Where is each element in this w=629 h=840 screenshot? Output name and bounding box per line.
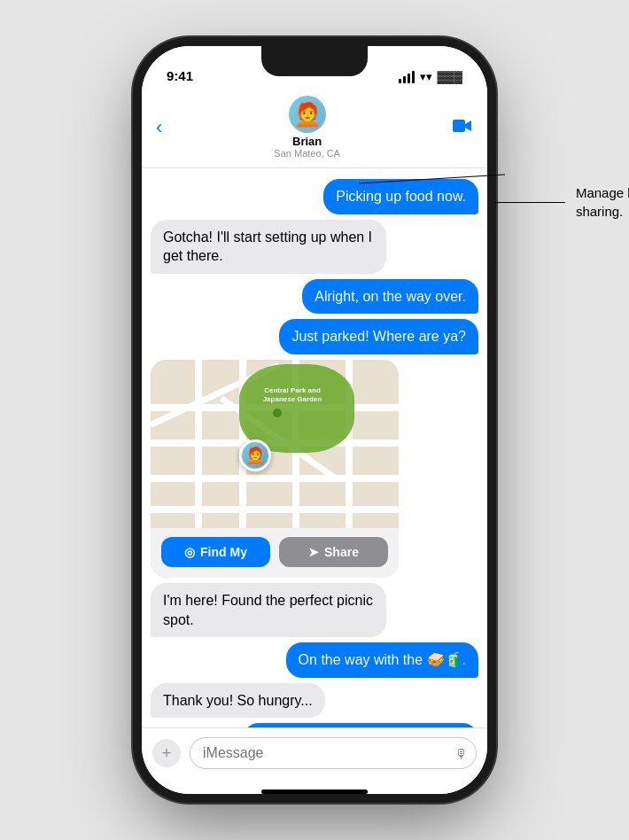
battery-icon: ▓▓▓ [438, 70, 462, 83]
message-bubble: I'm here! Found the perfect picnic spot. [151, 583, 386, 637]
status-time: 9:41 [167, 68, 193, 83]
map-bubble[interactable]: Central Park andJapanese Garden 🧑‍🦰 ◎ Fi… [151, 360, 399, 578]
chevron-left-icon: ‹ [156, 116, 162, 139]
status-bar: 9:41 ▾▾ ▓▓▓ [142, 46, 487, 90]
svg-rect-0 [453, 120, 465, 132]
notch [261, 46, 368, 76]
message-row: I'm here! Found the perfect picnic spot. [151, 583, 478, 637]
share-label: Share [324, 545, 359, 559]
message-row: Just parked! Where are ya? [151, 319, 478, 354]
add-attachment-button[interactable]: + [152, 739, 181, 767]
annotation-text: Manage locationsharing. [576, 183, 629, 221]
map-message-row[interactable]: Central Park andJapanese Garden 🧑‍🦰 ◎ Fi… [151, 360, 478, 578]
back-button[interactable]: ‹ [156, 116, 162, 139]
message-bubble: Just parked! Where are ya? [279, 319, 478, 354]
input-bar: + 🎙 [142, 727, 487, 794]
message-row: Alright, on the way over. [151, 279, 478, 315]
video-call-button[interactable] [452, 116, 473, 139]
message-row: Thank you! So hungry... [151, 683, 478, 719]
message-input-wrapper: 🎙 [190, 737, 477, 769]
contact-location: San Mateo, CA [274, 148, 340, 159]
message-text: I'm here! Found the perfect picnic spot. [163, 593, 373, 627]
signal-icon [399, 71, 415, 83]
map-image[interactable]: Central Park andJapanese Garden 🧑‍🦰 [151, 360, 399, 528]
message-row: Gotcha! I'll start setting up when I get… [151, 220, 478, 274]
message-bubble: Thank you! So hungry... [151, 683, 325, 719]
find-my-label: Find My [200, 545, 247, 559]
message-bubble: Gotcha! I'll start setting up when I get… [151, 220, 386, 274]
location-pin: 🧑‍🦰 [239, 439, 271, 471]
park-label: Central Park andJapanese Garden [257, 386, 328, 403]
message-row: On the way with the 🥪🧃. [151, 642, 478, 678]
nav-bar: ‹ 🧑‍🦰 Brian San Mateo, CA [142, 90, 487, 168]
avatar: 🧑‍🦰 [289, 96, 326, 133]
find-my-button[interactable]: ◎ Find My [161, 537, 270, 567]
message-bubble: Picking up food now. [323, 179, 478, 214]
message-text: Alright, on the way over. [314, 289, 466, 304]
plus-icon: + [162, 744, 172, 763]
contact-name: Brian [292, 135, 322, 148]
avatar-emoji: 🧑‍🦰 [293, 103, 322, 126]
message-text: Just parked! Where are ya? [291, 329, 466, 344]
phone-frame: 9:41 ▾▾ ▓▓▓ ‹ 🧑‍🦰 Brian [142, 46, 487, 794]
message-row: Picking up food now. [151, 179, 478, 214]
messages-area: Picking up food now. Gotcha! I'll start … [142, 168, 487, 727]
message-text: On the way with the 🥪🧃. [299, 652, 466, 667]
message-text: Gotcha! I'll start setting up when I get… [163, 229, 372, 264]
share-location-button[interactable]: ➤ Share [279, 537, 388, 567]
message-bubble: On the way with the 🥪🧃. [286, 642, 478, 678]
contact-header[interactable]: 🧑‍🦰 Brian San Mateo, CA [274, 96, 340, 159]
wifi-icon: ▾▾ [420, 70, 432, 83]
message-text: Picking up food now. [336, 189, 466, 204]
message-bubble: Alright, on the way over. [302, 279, 478, 315]
message-input[interactable] [190, 737, 477, 769]
share-icon: ➤ [308, 545, 319, 559]
annotation: Manage locationsharing. [494, 183, 629, 221]
message-text: Thank you! So hungry... [163, 693, 313, 708]
mic-icon[interactable]: 🎙 [454, 746, 468, 761]
status-icons: ▾▾ ▓▓▓ [399, 70, 462, 83]
find-my-icon: ◎ [184, 545, 195, 559]
map-action-buttons: ◎ Find My ➤ Share [151, 528, 399, 578]
